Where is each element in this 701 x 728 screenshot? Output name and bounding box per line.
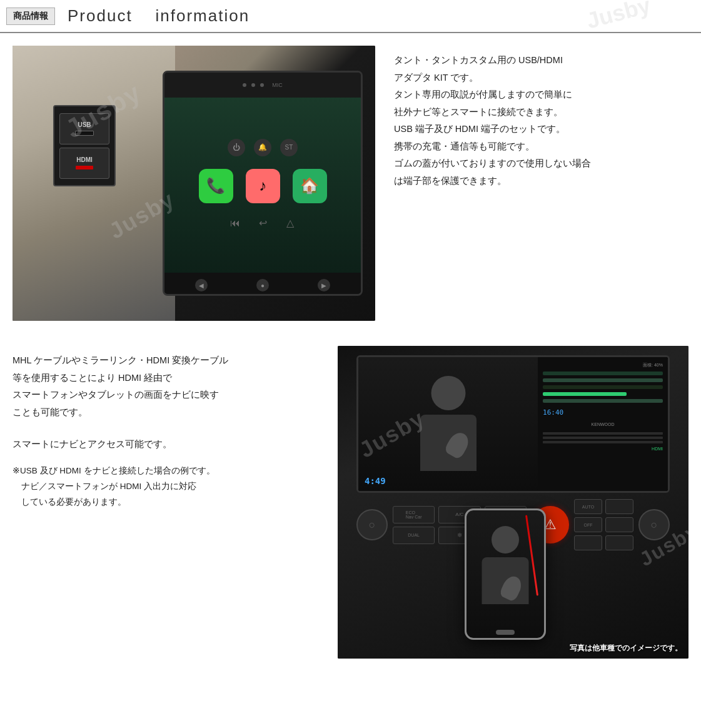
bottom-main-text: MHL ケーブルやミラーリンク・HDMI 変換ケーブル 等を使用することにより … xyxy=(13,352,319,421)
bottom-description: MHL ケーブルやミラーリンク・HDMI 変換ケーブル 等を使用することにより … xyxy=(13,346,319,510)
usb-port-box: USB xyxy=(59,113,109,144)
main-content: USB HDMI MIC ⏻ 🔔 xyxy=(0,33,701,671)
bottom-note-text: ※USB 及び HDMI をナビと接続した場合の例です。 ナビ／スマートフォンが… xyxy=(13,463,319,510)
top-description: タント・タントカスタム用の USB/HDMI アダプタ KIT です。 タント専… xyxy=(394,46,688,190)
car-nav-screen: 4:49 面積: 40% 16:40 KENWOOD xyxy=(356,355,670,493)
nav-phone-icon: 📞 xyxy=(199,169,233,203)
page-header: 商品情報 Product information Jusby xyxy=(0,0,701,33)
nav-home-icon: 🏠 xyxy=(293,169,327,203)
header-en-product: Product xyxy=(68,6,133,25)
top-product-image: USB HDMI MIC ⏻ 🔔 xyxy=(13,46,375,321)
top-section: USB HDMI MIC ⏻ 🔔 xyxy=(13,46,688,321)
header-jp-label: 商品情報 xyxy=(6,8,55,25)
header-watermark: Jusby xyxy=(583,0,653,34)
photo-caption: 写真は他車種でのイメージです。 xyxy=(570,643,682,654)
usb-port xyxy=(75,131,94,136)
bottom-section: MHL ケーブルやミラーリンク・HDMI 変換ケーブル 等を使用することにより … xyxy=(13,346,688,659)
hdmi-port xyxy=(76,166,93,169)
header-en-information: information xyxy=(156,6,250,25)
hdmi-port-box: HDMI xyxy=(59,148,109,179)
bottom-product-image: 4:49 面積: 40% 16:40 KENWOOD xyxy=(338,346,688,659)
top-description-text: タント・タントカスタム用の USB/HDMI アダプタ KIT です。 タント専… xyxy=(394,52,688,190)
header-en-label: Product information xyxy=(68,6,250,26)
hdmi-label: HDMI xyxy=(76,156,93,163)
usb-label: USB xyxy=(78,121,91,128)
nav-screen-top: MIC ⏻ 🔔 ST 📞 ♪ 🏠 ⏮ xyxy=(163,71,363,296)
usb-hdmi-panel: USB HDMI xyxy=(53,105,116,186)
nav-music-icon: ♪ xyxy=(246,169,280,203)
